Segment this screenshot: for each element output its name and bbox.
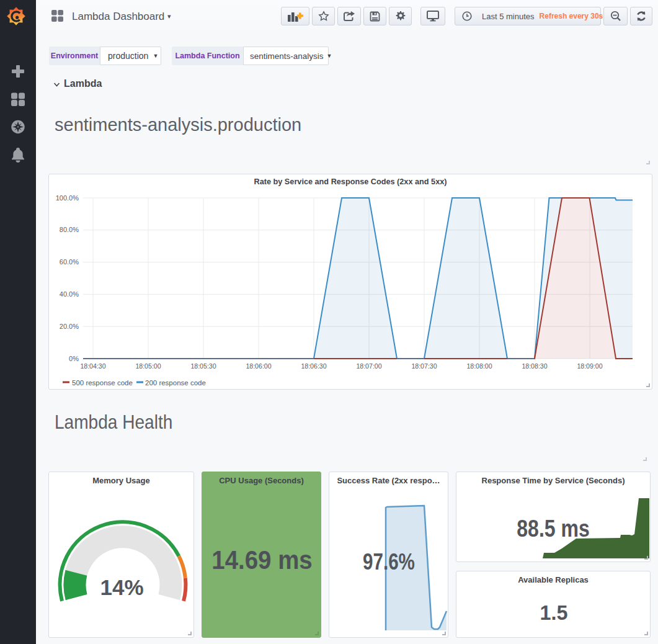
svg-text:18:06:30: 18:06:30 — [301, 362, 326, 370]
svg-text:18:05:00: 18:05:00 — [135, 362, 161, 370]
svg-text:18:04:30: 18:04:30 — [80, 362, 105, 370]
svg-text:40.0%: 40.0% — [60, 290, 79, 298]
svg-text:18:06:00: 18:06:00 — [246, 362, 271, 370]
svg-text:60.0%: 60.0% — [60, 258, 79, 266]
svg-text:18:09:00: 18:09:00 — [577, 362, 602, 370]
svg-text:18:05:30: 18:05:30 — [190, 362, 216, 370]
svg-text:500 response code: 500 response code — [72, 379, 133, 387]
svg-text:18:08:00: 18:08:00 — [466, 362, 492, 370]
svg-text:100.0%: 100.0% — [56, 194, 79, 202]
svg-text:18:07:30: 18:07:30 — [411, 362, 437, 370]
svg-text:0%: 0% — [69, 355, 79, 362]
svg-text:20.0%: 20.0% — [60, 323, 79, 330]
svg-text:18:08:30: 18:08:30 — [522, 362, 547, 370]
svg-text:200 response code: 200 response code — [145, 379, 206, 387]
svg-text:18:07:00: 18:07:00 — [356, 362, 381, 370]
svg-text:80.0%: 80.0% — [60, 226, 79, 233]
